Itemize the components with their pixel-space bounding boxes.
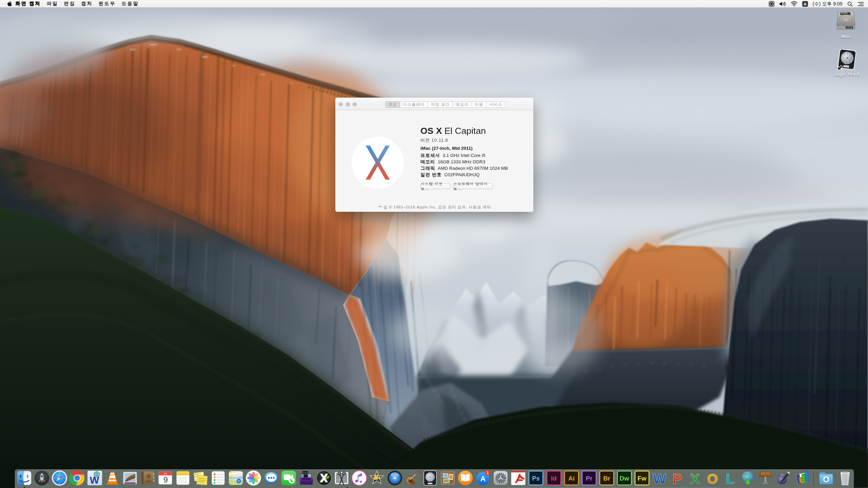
- svg-text:Br: Br: [603, 475, 610, 482]
- svg-text:12: 12: [164, 472, 167, 475]
- svg-text:O: O: [707, 471, 718, 486]
- svg-text:L: L: [726, 471, 734, 486]
- svg-text:P: P: [673, 471, 682, 486]
- svg-text:A: A: [804, 2, 807, 6]
- svg-text:9: 9: [163, 475, 168, 484]
- svg-text:W: W: [90, 474, 99, 486]
- svg-text:Fw: Fw: [638, 475, 647, 482]
- svg-text:Ai: Ai: [568, 475, 575, 482]
- svg-text:1: 1: [487, 471, 489, 475]
- svg-text:X: X: [690, 471, 700, 486]
- svg-text:Dw: Dw: [620, 475, 629, 482]
- svg-text:Ps: Ps: [532, 475, 540, 482]
- svg-text:Id: Id: [551, 475, 557, 482]
- svg-text:Pr: Pr: [586, 475, 593, 482]
- svg-text:3D: 3D: [237, 480, 240, 482]
- svg-text:W: W: [653, 471, 666, 486]
- svg-text:A: A: [480, 475, 486, 483]
